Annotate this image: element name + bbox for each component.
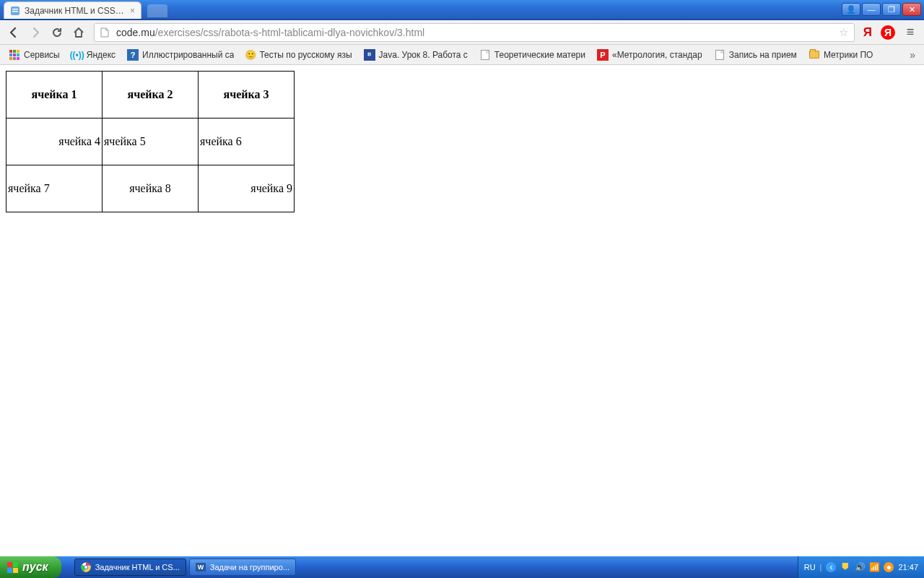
bookmark-metrology[interactable]: P «Метрология, стандар — [593, 47, 707, 63]
window-controls: 👤 — ❐ ✕ — [842, 3, 921, 16]
table-header-cell: ячейка 1 — [6, 72, 103, 118]
q-icon: ? — [127, 49, 139, 61]
taskbar-item-word[interactable]: W Задачи на группиро... — [189, 558, 296, 576]
page-content: ячейка 1 ячейка 2 ячейка 3 ячейка 4 ячей… — [0, 65, 924, 556]
svg-rect-2 — [12, 11, 18, 12]
tab-close-icon[interactable]: × — [130, 6, 135, 16]
bookmark-tests[interactable]: 🙂 Тесты по русскому язы — [241, 48, 356, 62]
table-cell: ячейка 6 — [199, 118, 295, 165]
table-header-cell: ячейка 3 — [199, 72, 295, 118]
tab-favicon-icon — [10, 6, 20, 16]
yandex-circle-icon[interactable]: Я — [881, 25, 895, 40]
svg-text:W: W — [198, 564, 204, 571]
doc-icon — [479, 49, 491, 61]
bookmark-java[interactable]: ⌗ Java. Урок 8. Работа с — [359, 47, 472, 63]
tray-signal-icon[interactable]: 📶 — [869, 562, 879, 572]
chrome-menu-icon[interactable]: ≡ — [901, 25, 920, 40]
bookmark-illustrated[interactable]: ? Иллюстрированный са — [123, 47, 238, 63]
folder-icon — [808, 49, 820, 61]
start-label: пуск — [22, 561, 48, 574]
yandex-letter-icon[interactable]: Я — [863, 25, 872, 40]
table-header-cell: ячейка 2 — [103, 72, 199, 118]
taskbar-item-label: Задачи на группиро... — [210, 563, 289, 571]
url-host: code.mu — [116, 27, 155, 38]
doc-icon — [714, 49, 725, 61]
table-row: ячейка 1 ячейка 2 ячейка 3 — [6, 72, 295, 118]
page-icon — [100, 27, 110, 38]
table-cell: ячейка 8 — [103, 165, 199, 212]
window-minimize-icon[interactable]: — — [862, 3, 881, 16]
tray-language[interactable]: RU — [804, 563, 816, 571]
taskbar-item-chrome[interactable]: Задачник HTML и CS... — [74, 558, 186, 576]
tray-clock[interactable]: 21:47 — [898, 563, 918, 571]
tab-title: Задачник HTML и CSS от Тр — [25, 6, 126, 16]
yandex-wifi-icon: ((•)) — [71, 49, 83, 61]
tray-shield-icon[interactable]: ⛊ — [840, 562, 850, 572]
chrome-icon — [81, 562, 91, 572]
browser-toolbar: code.mu/exercises/css/rabota-s-html-tabl… — [0, 20, 924, 45]
forward-button[interactable] — [26, 23, 45, 42]
bookmark-star-icon[interactable]: ☆ — [839, 26, 848, 39]
back-button[interactable] — [4, 23, 23, 42]
address-bar[interactable]: code.mu/exercises/css/rabota-s-html-tabl… — [94, 23, 855, 42]
exercise-table: ячейка 1 ячейка 2 ячейка 3 ячейка 4 ячей… — [6, 71, 295, 212]
table-cell: ячейка 4 — [6, 118, 103, 165]
table-row: ячейка 7 ячейка 8 ячейка 9 — [6, 165, 295, 212]
bookmarks-bar: Сервисы ((•)) Яндекс ? Иллюстрированный … — [0, 45, 924, 65]
bookmark-services[interactable]: Сервисы — [4, 47, 64, 63]
bookmarks-overflow-icon[interactable]: » — [905, 49, 920, 61]
start-button[interactable]: пуск — [0, 556, 61, 578]
svg-rect-1 — [12, 9, 18, 10]
bookmark-theory[interactable]: Теоретические матери — [475, 47, 590, 63]
new-tab-button[interactable] — [147, 4, 167, 17]
tray-arrow-icon[interactable]: ‹ — [826, 562, 836, 572]
bookmark-metrics[interactable]: Метрики ПО — [804, 47, 878, 63]
table-row: ячейка 4 ячейка 5 ячейка 6 — [6, 118, 295, 165]
face-icon: 🙂 — [245, 50, 256, 60]
tray-separator: | — [820, 563, 822, 571]
java-icon: ⌗ — [364, 49, 375, 61]
bookmark-appointment[interactable]: Запись на прием — [710, 47, 801, 63]
table-cell: ячейка 5 — [103, 118, 199, 165]
p-icon: P — [597, 49, 609, 61]
bookmark-yandex[interactable]: ((•)) Яндекс — [67, 47, 120, 63]
url-path: /exercises/css/rabota-s-html-tablicami-d… — [155, 27, 424, 38]
apps-grid-icon — [9, 49, 20, 61]
tray-sound-icon[interactable]: 🔊 — [855, 562, 865, 572]
windows-flag-icon — [7, 562, 18, 573]
window-titlebar: Задачник HTML и CSS от Тр × 👤 — ❐ ✕ — [0, 0, 924, 20]
window-maximize-icon[interactable]: ❐ — [882, 3, 901, 16]
table-cell: ячейка 9 — [199, 165, 295, 212]
browser-tab[interactable]: Задачник HTML и CSS от Тр × — [4, 1, 141, 19]
taskbar-item-label: Задачник HTML и CS... — [95, 563, 180, 571]
window-user-icon[interactable]: 👤 — [842, 3, 860, 16]
windows-taskbar: пуск Задачник HTML и CS... W Задачи на г… — [0, 556, 924, 578]
system-tray: RU | ‹ ⛊ 🔊 📶 ● 21:47 — [798, 556, 924, 578]
window-close-icon[interactable]: ✕ — [902, 3, 921, 16]
svg-point-5 — [84, 566, 87, 569]
reload-button[interactable] — [48, 23, 66, 42]
tray-orange-icon[interactable]: ● — [884, 562, 894, 572]
home-button[interactable] — [69, 23, 88, 42]
table-cell: ячейка 7 — [6, 165, 103, 212]
word-icon: W — [196, 562, 206, 572]
